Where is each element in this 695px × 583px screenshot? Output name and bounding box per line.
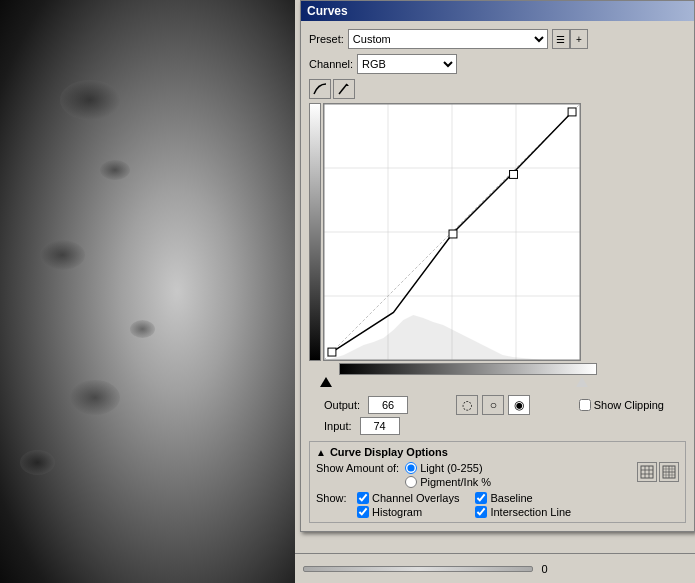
show-clipping-section: Show Clipping (579, 399, 664, 411)
show-amount-row: Show Amount of: Light (0-255) Pigment/In… (316, 462, 679, 488)
input-label: Input: (324, 420, 352, 432)
preset-row: Preset: Custom Default Strong Contrast M… (309, 29, 686, 49)
white-eyedropper[interactable]: ◉ (508, 395, 530, 415)
vertical-gradient-area (309, 103, 321, 361)
input-output-row: Output: 66 ◌ ○ ◉ Show Clipping (324, 395, 664, 415)
light-label: Light (0-255) (420, 462, 482, 474)
dialog-title: Curves (307, 4, 348, 18)
intersection-checkbox[interactable] (475, 506, 487, 518)
show-clipping-checkbox[interactable] (579, 399, 591, 411)
show-label: Show: (316, 492, 351, 504)
preset-add-icon[interactable]: + (570, 29, 588, 49)
light-radio-item: Light (0-255) (405, 462, 491, 474)
curve-point-mid (449, 230, 457, 238)
moon-background (0, 0, 295, 583)
input-row: Input: 74 (324, 417, 686, 435)
black-eyedropper[interactable]: ◌ (456, 395, 478, 415)
bottom-bar: 0 (295, 553, 695, 583)
horizontal-gradient-bar (339, 363, 597, 375)
intersection-label: Intersection Line (490, 506, 571, 518)
pigment-radio-item: Pigment/Ink % (405, 476, 491, 488)
dialog-titlebar: Curves (301, 1, 694, 21)
channel-overlays-item: Channel Overlays (357, 492, 459, 504)
bottom-value: 0 (541, 563, 547, 575)
show-amount-label: Show Amount of: (316, 462, 399, 474)
slider-row (324, 377, 584, 391)
channel-select[interactable]: RGB Red Green Blue (357, 54, 457, 74)
grid-fine-icon (662, 465, 676, 479)
toolbar-icons (309, 79, 686, 99)
white-point-slider[interactable] (576, 377, 588, 387)
pigment-radio[interactable] (405, 476, 417, 488)
svg-line-0 (339, 84, 347, 94)
histogram-label: Histogram (372, 506, 422, 518)
input-input[interactable]: 74 (360, 417, 400, 435)
radio-group: Light (0-255) Pigment/Ink % (405, 462, 491, 488)
channel-row: Channel: RGB Red Green Blue (309, 54, 686, 74)
output-input[interactable]: 66 (368, 396, 408, 414)
curve-canvas[interactable] (323, 103, 581, 361)
output-label: Output: (324, 399, 360, 411)
svg-rect-10 (641, 466, 653, 478)
show-row: Show: Channel Overlays Baseline Histogra… (316, 492, 679, 518)
curve-tool-btn[interactable] (309, 79, 331, 99)
intersection-item: Intersection Line (475, 506, 577, 518)
black-point-slider[interactable] (320, 377, 332, 387)
curve-area (309, 103, 686, 361)
preset-label: Preset: (309, 33, 344, 45)
histogram-item: Histogram (357, 506, 459, 518)
curve-svg (324, 104, 580, 360)
curves-dialog: Curves Preset: Custom Default Strong Con… (300, 0, 695, 532)
preset-select[interactable]: Custom Default Strong Contrast Medium Co… (348, 29, 548, 49)
collapse-arrow-icon[interactable]: ▲ (316, 447, 326, 458)
curve-point-white (568, 108, 576, 116)
show-clipping-label: Show Clipping (594, 399, 664, 411)
curve-point-high (510, 170, 518, 178)
eyedropper-section: ◌ ○ ◉ (456, 395, 530, 415)
grid-lines-btn[interactable] (637, 462, 657, 482)
checkbox-grid: Channel Overlays Baseline Histogram Inte… (357, 492, 578, 518)
channel-overlays-checkbox[interactable] (357, 492, 369, 504)
baseline-label: Baseline (490, 492, 532, 504)
vertical-gradient-bar (309, 103, 321, 361)
horizontal-gradient-row (324, 363, 686, 375)
grid-lines-icon (640, 465, 654, 479)
bottom-slider[interactable] (303, 566, 533, 572)
pencil-tool-icon (337, 82, 351, 96)
output-section: Output: 66 (324, 396, 408, 414)
baseline-item: Baseline (475, 492, 577, 504)
channel-overlays-label: Channel Overlays (372, 492, 459, 504)
section-title: Curve Display Options (330, 446, 448, 458)
histogram-checkbox[interactable] (357, 506, 369, 518)
grid-icons (637, 462, 679, 482)
pigment-label: Pigment/Ink % (420, 476, 491, 488)
curve-point-black (328, 348, 336, 356)
gray-eyedropper[interactable]: ○ (482, 395, 504, 415)
preset-options-icon[interactable]: ☰ (552, 29, 570, 49)
baseline-checkbox[interactable] (475, 492, 487, 504)
section-header-row: ▲ Curve Display Options (316, 446, 679, 458)
light-radio[interactable] (405, 462, 417, 474)
channel-label: Channel: (309, 58, 353, 70)
curve-tool-icon (313, 82, 327, 96)
grid-fine-btn[interactable] (659, 462, 679, 482)
curve-display-options: ▲ Curve Display Options Show Amount of: … (309, 441, 686, 523)
pencil-tool-btn[interactable] (333, 79, 355, 99)
